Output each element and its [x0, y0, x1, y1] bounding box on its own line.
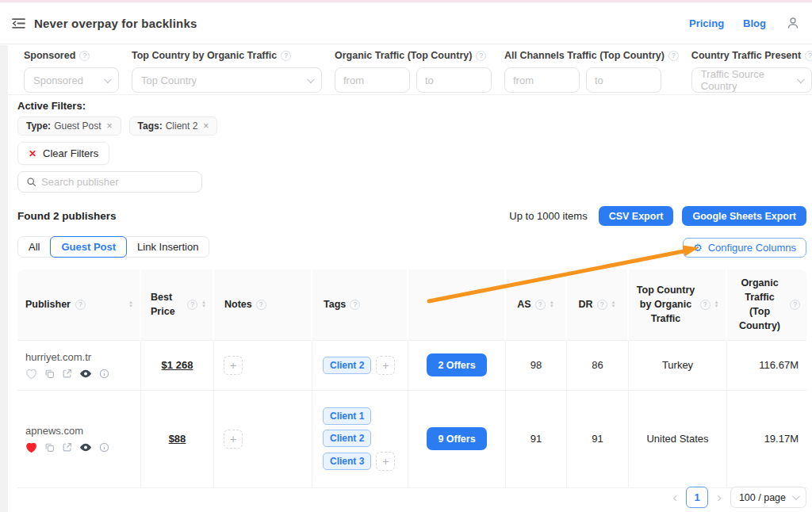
- organic-traffic-to-input[interactable]: [416, 67, 492, 93]
- chevron-down-icon: [792, 492, 800, 500]
- eye-icon[interactable]: [79, 442, 92, 453]
- user-icon[interactable]: [785, 15, 801, 31]
- tag-pill[interactable]: Client 1: [323, 407, 371, 425]
- search-box: [17, 171, 202, 193]
- tag-pill[interactable]: Client 2: [323, 357, 371, 374]
- help-icon[interactable]: ?: [281, 51, 291, 61]
- csv-export-button[interactable]: CSV Export: [599, 206, 674, 226]
- tab-link-insertion[interactable]: Link Insertion: [126, 236, 209, 258]
- publisher-cell: apnews.com: [17, 391, 141, 488]
- notes-cell: +: [214, 391, 312, 488]
- page-background-edge: [0, 45, 8, 512]
- table-row: apnews.com $88 + Client 1 Client 2 Clien…: [17, 391, 806, 488]
- clear-filters-button[interactable]: ✕ Clear Filters: [17, 142, 109, 165]
- column-header-top-country: Top Country by Organic Traffic ? ▲▼: [629, 269, 727, 341]
- close-icon[interactable]: ×: [203, 120, 209, 132]
- price-link[interactable]: $88: [169, 433, 186, 445]
- app-window: Never overpay for backlinks Pricing Blog…: [0, 0, 812, 512]
- sort-icon[interactable]: ▲▼: [714, 300, 719, 308]
- google-sheets-export-button[interactable]: Google Sheets Export: [682, 206, 806, 226]
- organic-traffic-from-input[interactable]: [335, 67, 410, 93]
- publishers-table: Publisher? ▲▼ Best Price ? ▲▼ Notes ? Ta…: [17, 269, 806, 488]
- help-icon[interactable]: ?: [668, 51, 679, 61]
- filter-label: Top Country by Organic Traffic: [132, 50, 277, 61]
- add-note-button[interactable]: +: [224, 430, 243, 449]
- column-header-dr: DR ? ▲▼: [567, 269, 629, 341]
- eye-icon[interactable]: [79, 369, 92, 379]
- all-channels-to-input[interactable]: [586, 67, 661, 93]
- copy-icon[interactable]: [44, 442, 55, 453]
- help-icon[interactable]: ?: [805, 51, 812, 61]
- tab-guest-post[interactable]: Guest Post: [50, 236, 127, 258]
- page-title: Never overpay for backlinks: [34, 17, 197, 30]
- column-header-notes: Notes ?: [214, 269, 312, 341]
- help-icon[interactable]: ?: [597, 300, 607, 310]
- info-icon[interactable]: [99, 442, 109, 453]
- help-icon[interactable]: ?: [350, 300, 360, 310]
- filter-top-country: Top Country by Organic Traffic? Top Coun…: [132, 50, 322, 93]
- tags-cell: Client 2 +: [312, 341, 408, 391]
- pagination: ‹ 1 › 100 / page: [673, 487, 806, 508]
- chevron-down-icon: [797, 75, 805, 83]
- add-tag-button[interactable]: +: [376, 452, 395, 471]
- search-input[interactable]: [41, 176, 193, 188]
- page-number[interactable]: 1: [686, 487, 708, 508]
- external-link-icon[interactable]: [62, 369, 72, 379]
- nav-blog-link[interactable]: Blog: [743, 17, 766, 29]
- all-channels-from-input[interactable]: [504, 67, 580, 93]
- next-page-icon[interactable]: ›: [717, 491, 722, 504]
- offers-button[interactable]: 2 Offers: [427, 353, 486, 376]
- help-icon[interactable]: ?: [79, 51, 90, 61]
- as-cell: 91: [506, 391, 567, 488]
- tag-pill[interactable]: Client 2: [323, 430, 371, 447]
- organic-traffic-cell: 116.67M: [727, 341, 806, 391]
- sort-icon[interactable]: ▲▼: [550, 300, 554, 308]
- help-icon[interactable]: ?: [187, 300, 197, 310]
- configure-columns-button[interactable]: ⚙ Configure Columns: [683, 238, 806, 258]
- sort-icon[interactable]: ▲▼: [201, 300, 206, 308]
- nav-pricing-link[interactable]: Pricing: [689, 17, 724, 29]
- close-icon[interactable]: ×: [107, 120, 113, 132]
- column-header-organic-traffic: Organic Traffic (Top Country) ?: [727, 269, 806, 341]
- offers-cell: 2 Offers: [408, 341, 506, 391]
- prev-page-icon[interactable]: ‹: [673, 491, 678, 504]
- favorite-heart-icon[interactable]: [25, 442, 37, 453]
- price-link[interactable]: $1 268: [162, 359, 193, 371]
- filter-chip-type[interactable]: Type:Guest Post×: [17, 117, 121, 136]
- offers-cell: 9 Offers: [408, 391, 506, 488]
- filter-country-traffic-present: Country Traffic Present? Traffic Source …: [691, 50, 812, 93]
- type-tabs: All Guest Post Link Insertion: [17, 236, 209, 258]
- help-icon[interactable]: ?: [476, 51, 486, 61]
- traffic-source-country-select[interactable]: Traffic Source Country: [691, 67, 812, 93]
- column-header-as: AS ? ▲▼: [506, 269, 567, 341]
- filter-chip-tags[interactable]: Tags:Client 2×: [129, 117, 218, 136]
- add-tag-button[interactable]: +: [376, 356, 395, 375]
- publisher-actions: [25, 442, 109, 453]
- sponsored-select[interactable]: Sponsored: [24, 67, 119, 93]
- help-icon[interactable]: ?: [75, 300, 86, 310]
- sort-icon[interactable]: ▲▼: [611, 300, 616, 308]
- external-link-icon[interactable]: [62, 442, 72, 453]
- publisher-cell: hurriyet.com.tr: [17, 341, 141, 391]
- menu-fold-icon[interactable]: [10, 15, 26, 31]
- best-price-cell: $1 268: [141, 341, 214, 391]
- export-limit-note: Up to 1000 items: [509, 210, 587, 222]
- help-icon[interactable]: ?: [256, 300, 266, 310]
- chevron-down-icon: [307, 75, 315, 83]
- column-header-tags: Tags ?: [312, 269, 408, 341]
- tab-all[interactable]: All: [17, 236, 51, 258]
- copy-icon[interactable]: [44, 369, 55, 379]
- filters-bar: Sponsored? Sponsored Top Country by Orga…: [24, 50, 812, 93]
- page-size-select[interactable]: 100 / page: [730, 487, 806, 508]
- help-icon[interactable]: ?: [790, 300, 800, 310]
- favorite-heart-icon[interactable]: [25, 369, 37, 380]
- top-country-select[interactable]: Top Country: [132, 67, 322, 93]
- tag-pill[interactable]: Client 3: [323, 453, 371, 470]
- add-note-button[interactable]: +: [224, 356, 243, 375]
- offers-button[interactable]: 9 Offers: [427, 427, 486, 450]
- best-price-cell: $88: [141, 391, 214, 488]
- sort-icon[interactable]: ▲▼: [128, 300, 133, 308]
- help-icon[interactable]: ?: [535, 300, 546, 310]
- info-icon[interactable]: [99, 369, 109, 379]
- help-icon[interactable]: ?: [700, 300, 710, 310]
